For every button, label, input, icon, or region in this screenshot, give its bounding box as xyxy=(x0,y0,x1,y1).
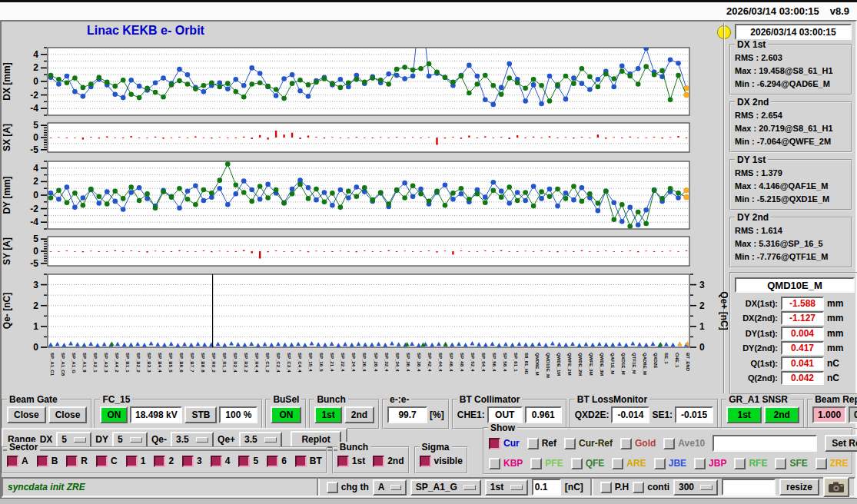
fc15-on-button[interactable]: ON xyxy=(100,406,128,423)
range-qem-dropdown[interactable]: 3.5 xyxy=(171,432,214,448)
sector-toggle[interactable]: R xyxy=(66,456,88,467)
gr-1st-button[interactable]: 1st xyxy=(726,406,762,423)
svg-text:SP_26_4: SP_26_4 xyxy=(362,353,367,372)
busel-group: BuSel ON xyxy=(265,399,307,429)
show-toggle[interactable]: Ave10 xyxy=(663,438,705,449)
show-toggle[interactable]: Cur-Ref xyxy=(564,438,613,449)
chg-th-toggle[interactable]: chg th xyxy=(327,482,369,493)
svg-text:Qe- [nC]: Qe- [nC] xyxy=(2,293,12,329)
bunch-select-dropdown[interactable]: 1st xyxy=(485,479,528,496)
range-dy-dropdown[interactable]: 5 xyxy=(112,432,148,448)
show-toggle[interactable]: Cur xyxy=(489,438,520,449)
monitor-panel: QMD10E_M DX(1st): -1.588 mm DX(2nd): -1.… xyxy=(729,272,857,395)
replot-button[interactable]: Replot xyxy=(291,431,341,448)
top-bar: 2026/03/14 03:00:15 v8.9 xyxy=(0,2,857,20)
ph-toggle[interactable]: P.H xyxy=(600,482,629,493)
monitor-row-label: DX(2nd): xyxy=(733,313,778,323)
sector-toggle[interactable]: 2 xyxy=(154,456,174,467)
svg-text:4: 4 xyxy=(33,49,38,60)
checkbox-icon xyxy=(295,456,307,467)
sector-toggle[interactable]: 6 xyxy=(267,456,287,467)
ref-name-input[interactable] xyxy=(713,435,817,452)
checkbox-icon xyxy=(600,482,612,493)
resize-button[interactable]: resize xyxy=(779,479,819,496)
svg-text:SP_A1_C1: SP_A1_C1 xyxy=(50,353,55,376)
svg-text:SP_A2_1: SP_A2_1 xyxy=(93,353,98,373)
gr-2nd-button[interactable]: 2nd xyxy=(764,406,799,423)
bunch-filter-group: Bunch 1st 2nd xyxy=(332,446,410,474)
screenshot-camera-button[interactable] xyxy=(823,477,849,497)
show-overlay-toggle[interactable]: QFE xyxy=(571,458,605,469)
range-qep-label: Qe+ xyxy=(218,434,235,445)
set-ref-button[interactable]: Set Ref xyxy=(825,435,857,452)
svg-text:SP_R4_4: SP_R4_4 xyxy=(254,353,259,373)
bunch-select-group: Bunch 1st 2nd xyxy=(309,399,380,429)
bt-lossmonitor-group: BT LossMonitor QXD2E: -0.014 SE1: -0.015 xyxy=(570,399,719,429)
checkbox-icon xyxy=(126,456,138,467)
svg-text:Qe+ [nC]: Qe+ [nC] xyxy=(719,291,728,330)
show-overlay-toggle[interactable]: PFE xyxy=(530,458,563,469)
sector-toggle[interactable]: 5 xyxy=(238,456,258,467)
svg-text:SP_48_4: SP_48_4 xyxy=(460,353,464,372)
bunch-toggle[interactable]: 2nd xyxy=(373,456,404,467)
qxd2e-label: QXD2E: xyxy=(575,410,610,420)
fc15-voltage-value: 18.498 kV xyxy=(130,406,182,423)
bunch-1st-button[interactable]: 1st xyxy=(314,406,341,423)
beam-gate-close-1-button[interactable]: Close xyxy=(7,406,46,423)
svg-text:SP_46_4: SP_46_4 xyxy=(449,353,453,372)
show-overlay-toggle[interactable]: JBP xyxy=(694,458,726,469)
sigma-visible-toggle[interactable]: visible xyxy=(420,456,463,467)
sector-toggle[interactable]: A xyxy=(7,456,28,467)
show-overlay-toggle[interactable]: KBP xyxy=(489,458,523,469)
monitor-row-unit: mm xyxy=(827,298,843,309)
fc15-group: FC_15 ON 18.498 kV STB 100 % xyxy=(95,399,263,429)
svg-text:0: 0 xyxy=(33,190,38,201)
range-dx-dropdown[interactable]: 5 xyxy=(56,432,91,448)
qxd2e-value: -0.014 xyxy=(611,406,649,423)
svg-text:SP_B5_5: SP_B5_5 xyxy=(168,353,173,373)
sector-toggle[interactable]: 3 xyxy=(182,456,202,467)
conti-toggle[interactable]: conti xyxy=(633,482,669,493)
checkbox-icon xyxy=(238,456,250,467)
checkbox-icon xyxy=(633,482,644,493)
svg-text:SP_22_4: SP_22_4 xyxy=(340,353,345,372)
show-overlay-toggle[interactable]: ARE xyxy=(612,458,646,469)
bunch-toggle[interactable]: 1st xyxy=(337,456,365,467)
show-overlay-toggle[interactable]: JBE xyxy=(654,458,686,469)
svg-text:-2: -2 xyxy=(30,204,38,214)
fc15-stb-button[interactable]: STB xyxy=(184,406,217,423)
checkbox-icon xyxy=(327,482,338,493)
monitor-select-dropdown[interactable]: SP_A1_G xyxy=(410,479,481,496)
dropdown-indicator xyxy=(463,485,476,490)
range-qep-dropdown[interactable]: 3.5 xyxy=(239,432,282,448)
sector-toggle[interactable]: BT xyxy=(295,456,322,467)
beam-gate-close-2-button[interactable]: Close xyxy=(48,406,88,423)
sector-toggle[interactable]: C xyxy=(96,456,118,467)
sector-toggle[interactable]: B xyxy=(37,456,58,467)
busel-on-button[interactable]: ON xyxy=(271,406,301,423)
svg-text:SP_54_4: SP_54_4 xyxy=(481,353,486,372)
show-toggle[interactable]: Ref xyxy=(527,438,556,449)
range-dy-label: DY xyxy=(95,434,108,445)
se1-label: SE1: xyxy=(652,410,673,420)
sector-toggle[interactable]: 4 xyxy=(211,456,231,467)
extra-input[interactable] xyxy=(722,479,776,496)
svg-text:SP_15_4: SP_15_4 xyxy=(308,353,313,372)
monitor-row-value: 0.041 xyxy=(781,356,824,370)
threshold-input[interactable] xyxy=(532,479,561,496)
se1-value: -0.015 xyxy=(675,406,713,423)
show-overlay-toggle[interactable]: SFE xyxy=(775,458,807,469)
clock-display: 2026/03/14 03:00:15 xyxy=(735,24,852,40)
navg-dropdown[interactable]: 300 xyxy=(673,479,718,496)
svg-text:SP_B7_7: SP_B7_7 xyxy=(190,353,194,373)
th-dropdown[interactable]: A xyxy=(373,479,407,496)
bunch-2nd-button[interactable]: 2nd xyxy=(344,406,374,423)
dropdown-indicator xyxy=(196,437,208,443)
svg-text:2: 2 xyxy=(33,176,38,187)
show-overlay-toggle[interactable]: RFE xyxy=(734,458,767,469)
stat-rms: RMS : 1.379 xyxy=(735,167,848,180)
show-toggle[interactable]: Gold xyxy=(620,438,656,449)
show-overlay-toggle[interactable]: ZRE xyxy=(815,458,849,469)
sector-toggle[interactable]: 1 xyxy=(126,456,146,467)
svg-text:SP_B2_2: SP_B2_2 xyxy=(136,353,141,373)
